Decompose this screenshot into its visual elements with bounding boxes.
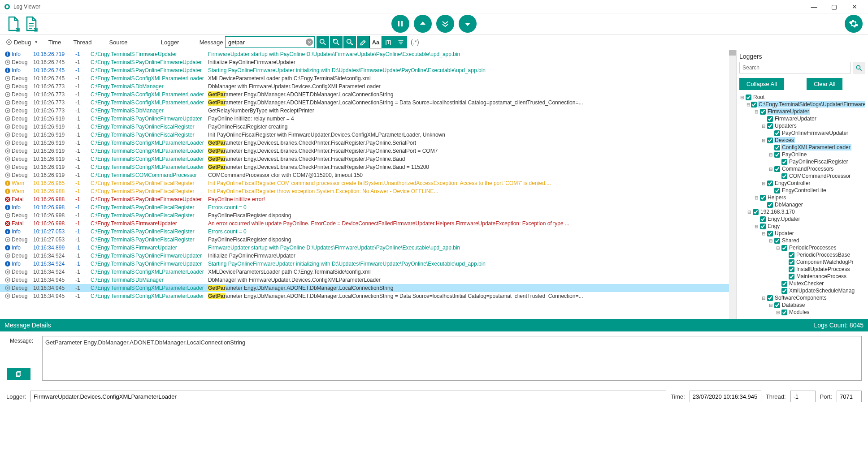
- tree-checkbox[interactable]: [781, 288, 787, 294]
- tree-toggle-icon[interactable]: ⊟: [761, 296, 766, 301]
- tree-checkbox[interactable]: [774, 130, 780, 136]
- tree-node[interactable]: ⊟Modules: [739, 309, 865, 316]
- tree-label[interactable]: COMCommandProcessor: [788, 173, 851, 179]
- log-row[interactable]: Debug10:16:34.924-1C:\Engy.TerminalSConf…: [0, 268, 729, 276]
- tree-toggle-icon[interactable]: ⊟: [761, 138, 766, 143]
- log-row[interactable]: iInfo10:16:27.053-1C:\Engy.TerminalSPayO…: [0, 228, 729, 236]
- tree-checkbox[interactable]: [774, 152, 780, 158]
- tree-toggle-icon[interactable]: ⊟: [768, 152, 773, 157]
- loggers-search-button[interactable]: [853, 62, 865, 74]
- tree-checkbox[interactable]: [767, 138, 773, 143]
- tree-node[interactable]: ⊟EngyController: [739, 180, 865, 187]
- source-column-header[interactable]: Source: [96, 39, 141, 46]
- tree-label[interactable]: InstallUpdateProccess: [795, 266, 851, 272]
- tree-label[interactable]: CommandProcessors: [781, 166, 834, 172]
- copy-message-button[interactable]: [7, 368, 30, 380]
- tree-toggle-icon[interactable]: ⊟: [775, 310, 781, 315]
- tree-label[interactable]: PayOnlineFirmwareUpdater: [781, 130, 849, 136]
- logger-value-field[interactable]: [30, 391, 666, 402]
- highlight-button[interactable]: [357, 36, 369, 48]
- whole-word-toggle[interactable]: |T|: [382, 36, 395, 48]
- tree-label[interactable]: PayOnlineFiscalRegister: [788, 159, 849, 165]
- tree-node[interactable]: ⊟Updaters: [739, 122, 865, 129]
- log-row[interactable]: Debug10:16:26.745-1C:\Engy.TerminalSPayO…: [0, 58, 729, 66]
- tree-node[interactable]: EngyControllerLite: [739, 187, 865, 194]
- loggers-search-input[interactable]: [739, 62, 851, 73]
- tree-node[interactable]: ⊟SoftwareComponents: [739, 294, 865, 301]
- log-row[interactable]: Debug10:16:26.919-1C:\Engy.TerminalSCOMC…: [0, 171, 729, 179]
- thread-value-field[interactable]: [790, 391, 816, 402]
- tree-node[interactable]: PayOnlineFiscalRegister: [739, 158, 865, 165]
- log-row[interactable]: Fatal10:16:26.998-1C:\Engy.TerminalSFirm…: [0, 219, 729, 228]
- search-next-button[interactable]: [343, 36, 356, 48]
- tree-toggle-icon[interactable]: ⊟: [761, 231, 766, 236]
- tree-node[interactable]: XmlUpdateScheduleManag: [739, 287, 865, 294]
- tree-label[interactable]: Shared: [781, 237, 800, 244]
- tree-node[interactable]: DatabaseModule: [739, 316, 865, 316]
- tree-node[interactable]: ⊟Database: [739, 301, 865, 309]
- tree-node[interactable]: ⊟Updater: [739, 230, 865, 237]
- tree-checkbox[interactable]: [774, 166, 780, 172]
- tree-checkbox[interactable]: [789, 252, 794, 258]
- tree-label[interactable]: ComponentWatchdogPr: [795, 259, 855, 265]
- tree-node[interactable]: ⊟CommandProcessors: [739, 165, 865, 172]
- tree-node[interactable]: ⊟PeriodicProccesses: [739, 244, 865, 251]
- tree-checkbox[interactable]: [760, 216, 766, 222]
- tree-label[interactable]: FirmwareUpdater: [767, 108, 810, 115]
- tree-node[interactable]: ⊟PayOnline: [739, 151, 865, 158]
- tree-label[interactable]: Database: [781, 302, 806, 308]
- tree-label[interactable]: FirmwareUpdater: [774, 116, 817, 122]
- thread-column-header[interactable]: Thread: [69, 39, 96, 46]
- scrollbar-thumb[interactable]: [729, 50, 736, 56]
- log-row[interactable]: Debug10:16:34.924-1C:\Engy.TerminalSPayO…: [0, 252, 729, 260]
- log-row[interactable]: iInfo10:16:26.998-1C:\Engy.TerminalSPayO…: [0, 203, 729, 211]
- tree-label[interactable]: PayOnline: [781, 151, 807, 158]
- maximize-button[interactable]: ▢: [824, 0, 844, 13]
- scroll-down-button[interactable]: [459, 15, 477, 33]
- collapse-all-button[interactable]: Collapse All: [739, 78, 784, 90]
- level-filter-dropdown[interactable]: Debug ▼: [4, 39, 40, 46]
- log-row[interactable]: iInfo10:16:34.924-1C:\Engy.TerminalSPayO…: [0, 260, 729, 268]
- tree-checkbox[interactable]: [789, 274, 794, 280]
- tree-toggle-icon[interactable]: ⊟: [754, 109, 759, 114]
- tree-checkbox[interactable]: [789, 259, 794, 265]
- tree-checkbox[interactable]: [760, 224, 766, 229]
- tree-checkbox[interactable]: [767, 202, 773, 208]
- tree-label[interactable]: Devices: [774, 137, 795, 143]
- tree-toggle-icon[interactable]: ⊟: [761, 124, 766, 129]
- tree-label[interactable]: Helpers: [767, 194, 787, 201]
- log-row[interactable]: Debug10:16:26.773-1C:\Engy.TerminalSConf…: [0, 99, 729, 107]
- log-row[interactable]: !Warn10:16:26.965-1C:\Engy.TerminalSPayO…: [0, 179, 729, 187]
- tree-node[interactable]: ⊟Engy: [739, 223, 865, 230]
- tree-checkbox[interactable]: [751, 102, 757, 108]
- log-row[interactable]: Debug10:16:26.919-1C:\Engy.TerminalSPayO…: [0, 131, 729, 139]
- log-row[interactable]: Debug10:16:26.773-1C:\Engy.TerminalSDbMa…: [0, 107, 729, 115]
- clear-search-button[interactable]: ✕: [306, 39, 313, 46]
- pause-button[interactable]: [391, 15, 409, 33]
- tree-checkbox[interactable]: [767, 181, 773, 186]
- log-row[interactable]: Debug10:16:26.919-1C:\Engy.TerminalSConf…: [0, 139, 729, 147]
- log-row[interactable]: Debug10:16:26.919-1C:\Engy.TerminalSConf…: [0, 147, 729, 155]
- log-row[interactable]: iInfo10:16:26.719-1C:\Engy.TerminalSFirm…: [0, 50, 729, 58]
- time-value-field[interactable]: [690, 391, 761, 402]
- close-button[interactable]: ✕: [844, 0, 864, 13]
- log-row[interactable]: Debug10:16:26.919-1C:\Engy.TerminalSConf…: [0, 163, 729, 171]
- message-search-input[interactable]: [225, 36, 315, 48]
- tree-node[interactable]: COMCommandProcessor: [739, 172, 865, 180]
- message-value[interactable]: GetParameter Engy.DbManager.ADONET.DbMan…: [42, 336, 862, 381]
- tree-label[interactable]: PeriodicProccesses: [788, 245, 837, 251]
- tree-node[interactable]: ⊟Root: [739, 94, 865, 101]
- tree-toggle-icon[interactable]: ⊟: [768, 167, 773, 172]
- log-row[interactable]: Debug10:16:26.745-1C:\Engy.TerminalSConf…: [0, 74, 729, 82]
- tree-node[interactable]: ComponentWatchdogPr: [739, 258, 865, 266]
- tree-node[interactable]: ⊟Helpers: [739, 194, 865, 201]
- tree-toggle-icon[interactable]: ⊟: [761, 181, 766, 186]
- tree-label[interactable]: EngyControllerLite: [781, 187, 827, 194]
- tree-checkbox[interactable]: [781, 159, 787, 165]
- tree-label[interactable]: Engy: [767, 223, 781, 229]
- case-sensitive-toggle[interactable]: Aa: [369, 36, 382, 48]
- tree-checkbox[interactable]: [774, 188, 780, 194]
- clear-all-button[interactable]: Clear All: [807, 78, 842, 90]
- tree-checkbox[interactable]: [781, 245, 787, 251]
- tree-checkbox[interactable]: [767, 116, 773, 122]
